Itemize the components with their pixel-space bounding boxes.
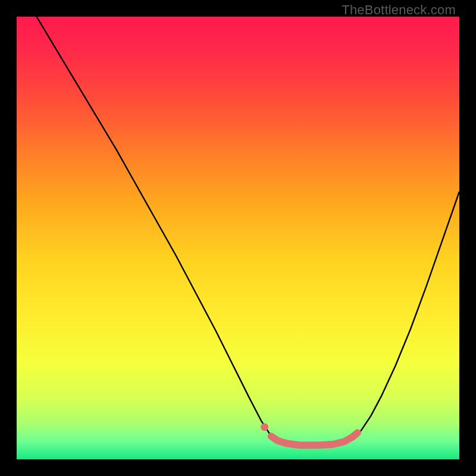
- chart-frame: [17, 17, 459, 459]
- optimal-point-marker: [261, 423, 268, 431]
- chart-svg: [17, 17, 459, 459]
- watermark-text: TheBottleneck.com: [342, 2, 456, 18]
- gradient-fill: [17, 17, 459, 459]
